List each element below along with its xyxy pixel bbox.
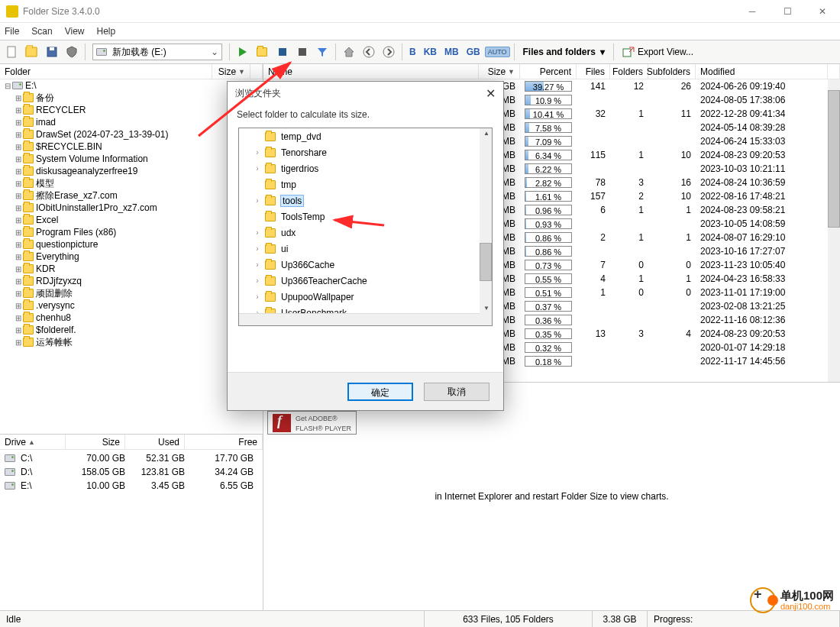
drive-icon [96,48,107,56]
scrollbar[interactable] [480,128,492,325]
home-button[interactable] [340,43,358,61]
status-progress: Progress: [648,611,840,627]
titlebar: Folder Size 3.4.0.0 ─ ☐ ✕ [0,0,840,23]
unit-mb[interactable]: MB [441,44,462,60]
drive-row[interactable]: E:\10.00 GB3.45 GB6.55 GB [0,479,263,493]
stop-button[interactable] [293,43,312,61]
tree-item[interactable]: ⊞顽固删除 [0,287,263,299]
unit-gb[interactable]: GB [464,44,483,60]
col-size[interactable]: Size▼ [212,64,250,79]
svg-point-5 [363,47,374,57]
dialog-tree-item[interactable]: tmp [239,176,492,192]
unit-auto[interactable]: AUTO [485,47,510,57]
minimize-button[interactable]: ─ [735,0,770,23]
tree-item[interactable]: ⊞chenhu8 [0,312,263,324]
drive-summary: Drive▲ Size Used Free C:\70.00 GB52.31 G… [0,435,263,610]
tree-item[interactable]: ⊞System Volume Information [0,153,263,165]
dialog-tree-item[interactable]: ›Up366Cache [239,257,492,273]
folder-tree[interactable]: Folder Size▼ ⊟E:\⊞备份⊞RECYCLER360⊞imad21⊞… [0,64,263,435]
dialog-tree-item[interactable]: ›Up366TeacherCache [239,273,492,289]
scan-folder-button[interactable] [254,43,272,61]
col-files[interactable]: Files [577,64,610,79]
dialog-tree-item[interactable]: ›tools [239,192,492,208]
close-button[interactable]: ✕ [805,0,840,23]
open-button[interactable] [23,43,41,61]
col-name[interactable]: Name [263,64,479,79]
dialog-ok-button[interactable]: 确定 [347,383,413,401]
col-drive[interactable]: Drive▲ [0,435,66,449]
col-size[interactable]: Size▼ [479,64,520,79]
col-percent[interactable]: Percent [520,64,577,79]
scrollbar[interactable] [828,79,840,382]
svg-rect-3 [279,48,286,56]
back-button[interactable] [360,43,378,61]
col-free[interactable]: Free [185,435,263,449]
drive-select[interactable]: 新加载卷 (E:) ⌄ [92,44,222,60]
drive-row[interactable]: C:\70.00 GB52.31 GB17.70 GB [0,451,263,465]
menu-file[interactable]: File [5,26,19,37]
get-flash-button[interactable]: Get ADOBE®FLASH® PLAYER [267,411,357,435]
watermark-icon [750,587,776,613]
col-folder[interactable]: Folder [0,64,212,79]
col-size[interactable]: Size [66,435,125,449]
dialog-message: Select folder to calculate its size. [228,105,503,128]
export-view-button[interactable]: Export View... [618,44,698,60]
dialog-tree-item[interactable]: ›ui [239,241,492,257]
forward-button[interactable] [380,43,398,61]
dialog-tree-item[interactable]: ›UpupooWallpaper [239,289,492,305]
dialog-tree-item[interactable]: ›udx [239,225,492,241]
files-folders-select[interactable]: Files and folders ▾ [519,47,609,57]
tree-item[interactable]: ⊞RECYCLER360 [0,104,263,116]
tree-item[interactable]: ⊞RDJjfzyxzq [0,275,263,287]
dialog-close-button[interactable]: ✕ [486,86,496,101]
tree-item[interactable]: ⊞Excel15 [0,214,263,226]
shield-button[interactable] [63,43,81,61]
dialog-folder-tree[interactable]: temp_dvd›Tenorshare›tigerdriostmp›toolsT… [238,128,493,326]
filter-button[interactable] [313,43,331,61]
tree-item[interactable]: ⊞运筹帷帐 [0,336,263,348]
dialog-tree-item[interactable]: temp_dvd [239,128,492,144]
tree-item[interactable]: ⊞Program Files (x86) [0,226,263,238]
app-icon [6,5,18,18]
tree-root[interactable]: ⊟E:\ [0,79,263,92]
dialog-tree-item[interactable]: ToolsTemp [239,208,492,225]
menu-view[interactable]: View [65,26,85,37]
play-button[interactable] [234,43,252,61]
tree-item[interactable]: ⊞模型25 [0,177,263,189]
tree-item[interactable]: ⊞擦除Erase_xz7.com18 [0,189,263,202]
tree-item[interactable]: ⊞diskusageanalyzerfree1929 [0,165,263,177]
tree-item[interactable]: ⊞.verysync [0,299,263,312]
svg-rect-7 [623,49,631,57]
tree-item[interactable]: ⊞$folderelf. [0,324,263,336]
col-used[interactable]: Used [125,435,185,449]
tree-item[interactable]: ⊞$RECYCLE.BIN55 [0,141,263,153]
tree-item[interactable]: ⊞Everything [0,250,263,263]
svg-rect-2 [50,47,54,50]
dialog-tree-item[interactable]: ›Tenorshare [239,144,492,160]
unit-b[interactable]: B [406,44,419,60]
tree-item[interactable]: ⊞imad21 [0,116,263,128]
save-button[interactable] [43,43,61,61]
tree-item[interactable]: ⊞IObitUninstaller1Pro_xz7.com17 [0,202,263,214]
status-total: 3.38 GB [593,611,648,627]
scroll-thumb[interactable] [480,243,492,281]
tree-item[interactable]: ⊞备份 [0,92,263,104]
scan-network-button[interactable] [273,43,292,61]
menu-scan[interactable]: Scan [31,26,52,37]
unit-kb[interactable]: KB [421,44,440,60]
col-modified[interactable]: Modified [696,64,828,79]
col-subfolders[interactable]: Subfolders [648,64,696,79]
drive-row[interactable]: D:\158.05 GB123.81 GB34.24 GB [0,465,263,479]
hscrollbar[interactable] [239,313,480,325]
menu-help[interactable]: Help [97,26,116,37]
maximize-button[interactable]: ☐ [770,0,805,23]
dialog-cancel-button[interactable]: 取消 [424,383,489,401]
tree-item[interactable]: ⊞questionpicture [0,238,263,250]
watermark: 单机100网danji100.com [750,587,834,613]
dialog-tree-item[interactable]: ›tigerdrios [239,160,492,176]
new-button[interactable] [3,43,21,61]
col-folders[interactable]: Folders [610,64,648,79]
tree-item[interactable]: ⊞DrawSet (2024-07-23_13-39-01)9 [0,128,263,141]
window-title: Folder Size 3.4.0.0 [23,6,100,17]
tree-item[interactable]: ⊞KDR [0,263,263,275]
